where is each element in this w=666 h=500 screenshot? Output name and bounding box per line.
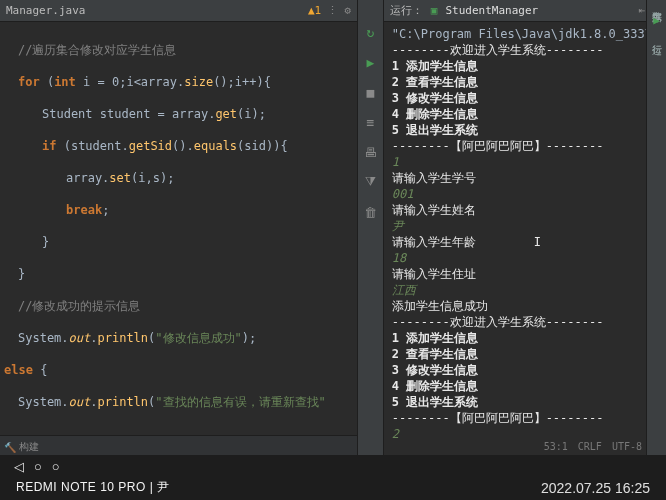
run-header: 运行： ▣ StudentManager ⇤ — xyxy=(384,0,666,22)
editor-tabbar: Manager.java ▲1 ⋮ ⚙ xyxy=(0,0,357,22)
play-small-icon: ▶ xyxy=(653,14,660,27)
caret-position: 53:1 xyxy=(544,441,568,452)
phone-overlay: ◁ ○ ○ REDMI NOTE 10 PRO | 尹 2022.07.25 1… xyxy=(0,455,666,500)
run-toolbar: ↻ ▶ ■ ≡ 🖶 ⧩ 🗑 xyxy=(358,0,384,455)
rerun-icon[interactable]: ↻ xyxy=(362,24,378,40)
layout-icon[interactable]: ≡ xyxy=(362,114,378,130)
print-icon[interactable]: 🖶 xyxy=(362,144,378,160)
phone-timestamp: 2022.07.25 16:25 xyxy=(541,480,650,496)
run-icon[interactable]: ▶ xyxy=(362,54,378,70)
text-cursor: I xyxy=(534,235,541,249)
status-bar: 53:1 CRLF UTF-8 xyxy=(544,438,642,454)
play-icon: ▣ xyxy=(431,4,438,17)
trash-icon[interactable]: 🗑 xyxy=(362,204,378,220)
nav-recent-icon: ○ xyxy=(52,459,60,474)
editor-bottom-strip xyxy=(0,435,357,455)
console-output[interactable]: "C:\Program Files\Java\jdk1.8.0_333\bin\… xyxy=(384,22,666,455)
build-badge[interactable]: 🔨构建 xyxy=(4,440,39,454)
line-ending[interactable]: CRLF xyxy=(578,441,602,452)
run-tab-name[interactable]: StudentManager xyxy=(445,4,538,17)
run-console-pane: 运行： ▣ StudentManager ⇤ — "C:\Program Fil… xyxy=(384,0,666,455)
code-area[interactable]: //遍历集合修改对应学生信息 for (int i = 0;i<array.si… xyxy=(0,22,357,435)
warning-icon[interactable]: ▲1 xyxy=(308,4,321,17)
collapse-icon[interactable]: ⇤ xyxy=(639,4,646,17)
nav-home-icon: ○ xyxy=(34,459,42,474)
run-label: 运行： xyxy=(390,3,423,18)
more-icon[interactable]: ⋮ xyxy=(327,4,338,17)
gear-icon[interactable]: ⚙ xyxy=(344,4,351,17)
phone-watermark: REDMI NOTE 10 PRO | 尹 xyxy=(16,479,170,496)
nav-back-icon: ◁ xyxy=(14,459,24,474)
filter-icon[interactable]: ⧩ xyxy=(362,174,378,190)
right-gutter: 数据库 ▶ 运行 xyxy=(646,0,666,455)
encoding[interactable]: UTF-8 xyxy=(612,441,642,452)
phone-nav-icons: ◁ ○ ○ xyxy=(14,459,60,474)
code-editor-pane: Manager.java ▲1 ⋮ ⚙ //遍历集合修改对应学生信息 for (… xyxy=(0,0,358,455)
editor-tab[interactable]: Manager.java xyxy=(6,4,85,17)
stop-icon[interactable]: ■ xyxy=(362,84,378,100)
